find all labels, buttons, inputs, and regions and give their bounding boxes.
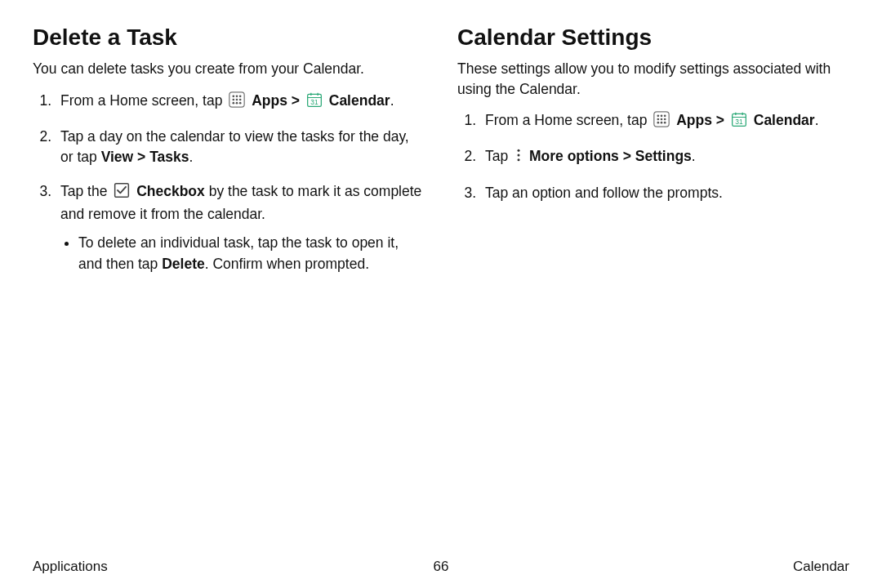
- intro-calendar-settings: These settings allow you to modify setti…: [457, 59, 849, 99]
- separator: >: [133, 149, 149, 165]
- svg-point-22: [664, 118, 666, 121]
- svg-point-32: [518, 154, 520, 157]
- svg-point-19: [664, 115, 666, 118]
- calendar-icon: 31: [731, 111, 747, 133]
- footer-left: Applications: [33, 559, 108, 575]
- separator: >: [619, 148, 635, 164]
- delete-label: Delete: [162, 256, 205, 272]
- separator: >: [292, 92, 304, 109]
- svg-point-24: [661, 122, 663, 124]
- svg-point-20: [657, 118, 660, 121]
- svg-point-3: [239, 95, 242, 97]
- checkbox-icon: [114, 182, 130, 204]
- apps-label: Apps: [676, 112, 712, 128]
- svg-point-5: [236, 98, 238, 100]
- step-text: From a Home screen, tap: [485, 112, 651, 128]
- svg-point-31: [518, 149, 520, 152]
- svg-point-23: [657, 122, 660, 124]
- step-2: Tap More options > Settings.: [480, 146, 849, 169]
- intro-delete-task: You can delete tasks you create from you…: [33, 59, 425, 79]
- svg-point-4: [233, 98, 235, 100]
- more-options-label: More options: [529, 148, 619, 164]
- step-1: From a Home screen, tap Apps >: [56, 91, 425, 114]
- svg-point-6: [239, 98, 242, 100]
- period: .: [189, 149, 193, 165]
- svg-point-17: [657, 115, 660, 118]
- steps-delete-task: From a Home screen, tap Apps >: [33, 91, 425, 275]
- right-column: Calendar Settings These settings allow y…: [457, 24, 849, 550]
- tasks-label: Tasks: [149, 149, 189, 165]
- settings-label: Settings: [635, 148, 692, 164]
- svg-point-1: [233, 95, 235, 97]
- page-footer: Applications 66 Calendar: [33, 550, 849, 575]
- calendar-label: Calendar: [754, 112, 815, 128]
- calendar-label: Calendar: [329, 92, 390, 109]
- svg-point-21: [661, 118, 663, 121]
- step-2: Tap a day on the calendar to view the ta…: [56, 127, 425, 168]
- svg-point-7: [233, 101, 235, 104]
- period: .: [815, 112, 819, 128]
- step-text: Tap an option and follow the prompts.: [485, 185, 723, 201]
- checkbox-label: Checkbox: [136, 183, 205, 199]
- step-text: Tap the: [60, 183, 111, 199]
- step-3: Tap an option and follow the prompts.: [480, 183, 849, 203]
- step-text: From a Home screen, tap: [60, 92, 226, 109]
- step-3: Tap the Checkbox by the task to mark it …: [56, 181, 425, 275]
- calendar-icon: 31: [306, 91, 323, 114]
- step-text: Tap: [485, 148, 512, 164]
- svg-point-25: [664, 122, 666, 124]
- substeps: To delete an individual task, tap the ta…: [60, 233, 425, 274]
- view-label: View: [101, 149, 134, 165]
- substep-text: . Confirm when prompted.: [205, 256, 369, 272]
- apps-icon: [229, 91, 245, 114]
- section-title-delete-task: Delete a Task: [33, 24, 425, 51]
- apps-label: Apps: [252, 92, 287, 109]
- more-options-icon: [514, 147, 523, 169]
- svg-point-33: [518, 159, 520, 162]
- left-column: Delete a Task You can delete tasks you c…: [33, 24, 425, 550]
- footer-right: Calendar: [793, 559, 849, 575]
- apps-icon: [653, 111, 670, 133]
- svg-point-18: [661, 115, 663, 118]
- period: .: [390, 92, 394, 109]
- svg-point-9: [239, 101, 242, 104]
- svg-text:31: 31: [310, 97, 318, 105]
- section-title-calendar-settings: Calendar Settings: [457, 24, 849, 51]
- step-1: From a Home screen, tap Apps >: [480, 110, 849, 133]
- steps-calendar-settings: From a Home screen, tap Apps >: [457, 110, 849, 203]
- svg-text:31: 31: [735, 118, 743, 126]
- svg-point-2: [236, 95, 238, 97]
- page-number: 66: [33, 559, 849, 575]
- svg-point-8: [236, 101, 238, 104]
- separator: >: [716, 112, 728, 128]
- substep-1: To delete an individual task, tap the ta…: [78, 233, 425, 274]
- period: .: [692, 148, 696, 164]
